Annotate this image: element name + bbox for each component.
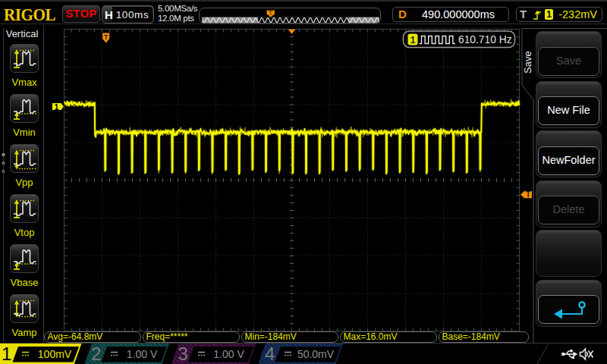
svg-text:1: 1 [55,102,59,111]
svg-text:610.710 Hz: 610.710 Hz [458,34,512,46]
svg-text:T: T [526,190,530,199]
svg-text:T: T [269,9,273,17]
svg-text:1: 1 [410,35,416,46]
svg-text:T: T [104,33,109,41]
